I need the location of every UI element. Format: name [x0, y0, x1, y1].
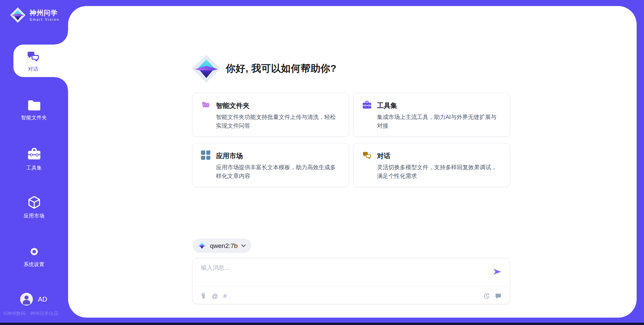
user-avatar-icon — [20, 293, 33, 306]
sidebar-item-label: 智能文件夹 — [21, 115, 47, 121]
gem-diamond-logo — [10, 7, 25, 23]
greeting-text: 你好, 我可以如何帮助你? — [226, 62, 336, 75]
sidebar-footer-text: ©神州数码 · 神州问学出品 — [3, 311, 58, 317]
greeting-row: 你好, 我可以如何帮助你? — [192, 55, 336, 83]
message-input[interactable] — [201, 264, 476, 284]
card-title: 对话 — [377, 151, 502, 160]
folder-icon — [27, 99, 42, 112]
card-smart-folder[interactable]: 智能文件夹 智能文件夹功能支持批量文件上传与清洗，轻松实现文件问答 — [192, 93, 349, 137]
tab-curve-top — [55, 31, 68, 45]
folder-open-icon — [201, 100, 211, 110]
card-toolset[interactable]: 工具集 集成市场上主流工具，助力AI与外界无缝扩展与对接 — [353, 93, 510, 137]
send-icon[interactable] — [492, 268, 502, 276]
gem-diamond-icon — [198, 242, 206, 250]
feature-cards: 智能文件夹 智能文件夹功能支持批量文件上传与清洗，轻松实现文件问答 工具集 — [192, 93, 510, 187]
card-description: 集成市场上主流工具，助力AI与外界无缝扩展与对接 — [377, 113, 502, 130]
sidebar-item-chat[interactable]: 对话 — [13, 45, 68, 77]
tab-curve-bottom — [55, 77, 68, 90]
card-title: 工具集 — [377, 101, 502, 110]
paperclip-icon[interactable] — [200, 292, 207, 300]
composer-tools-left: @ # — [200, 289, 227, 302]
composer-divider — [193, 286, 510, 287]
chat-bubbles-icon — [362, 150, 372, 160]
message-composer: @ # — [192, 258, 510, 304]
sidebar-item-settings[interactable]: 系统设置 — [0, 243, 68, 270]
history-icon[interactable] — [483, 292, 490, 300]
gear-icon — [28, 245, 41, 258]
at-icon[interactable]: @ — [212, 293, 218, 299]
card-chat[interactable]: 对话 灵活切换多模型文件，支持多样回复效果调试，满足个性化需求 — [353, 143, 510, 187]
briefcase-icon — [362, 100, 372, 110]
card-description: 灵活切换多模型文件，支持多样回复效果调试，满足个性化需求 — [377, 163, 502, 180]
card-title: 应用市场 — [216, 151, 341, 160]
user-profile[interactable]: AD — [20, 293, 47, 306]
hash-icon[interactable]: # — [223, 293, 227, 299]
brand: 神州问学 Smart Vision — [10, 7, 59, 23]
cube-icon — [27, 195, 42, 210]
card-app-market[interactable]: 应用市场 应用市场提供丰富长文本模板，助力高效生成多样化文章内容 — [192, 143, 349, 187]
sidebar-item-label: 系统设置 — [24, 261, 45, 268]
sidebar: 神州问学 Smart Vision 对话 智能文件夹 — [0, 0, 68, 325]
model-selector[interactable]: qwen2:7b — [193, 239, 251, 253]
main-content: 你好, 我可以如何帮助你? 智能文件夹 智能文件夹功能支持批量文件上传与清洗，轻… — [192, 6, 510, 318]
user-name: AD — [38, 296, 47, 303]
brand-subtitle: Smart Vision — [30, 17, 59, 21]
sidebar-item-app-market[interactable]: 应用市场 — [0, 194, 68, 220]
briefcase-icon — [27, 147, 42, 162]
card-description: 应用市场提供丰富长文本模板，助力高效生成多样化文章内容 — [216, 163, 341, 180]
sidebar-item-label: 应用市场 — [24, 213, 45, 219]
model-name: qwen2:7b — [210, 242, 237, 250]
bottom-edge-strip — [0, 323, 644, 325]
composer-tools-right — [483, 289, 502, 302]
gem-diamond-logo — [192, 55, 220, 83]
chat-bubbles-icon — [26, 50, 40, 64]
comment-icon[interactable] — [495, 292, 502, 300]
main-panel: 你好, 我可以如何帮助你? 智能文件夹 智能文件夹功能支持批量文件上传与清洗，轻… — [68, 6, 637, 318]
sidebar-item-smart-folder[interactable]: 智能文件夹 — [0, 96, 68, 123]
sidebar-item-toolset[interactable]: 工具集 — [0, 146, 68, 173]
brand-title: 神州问学 — [30, 9, 59, 17]
chevron-down-icon — [241, 244, 246, 247]
card-title: 智能文件夹 — [216, 101, 341, 110]
card-description: 智能文件夹功能支持批量文件上传与清洗，轻松实现文件问答 — [216, 113, 341, 130]
sidebar-item-label: 工具集 — [26, 165, 42, 171]
sidebar-item-label: 对话 — [28, 66, 39, 72]
grid-icon — [201, 150, 211, 160]
